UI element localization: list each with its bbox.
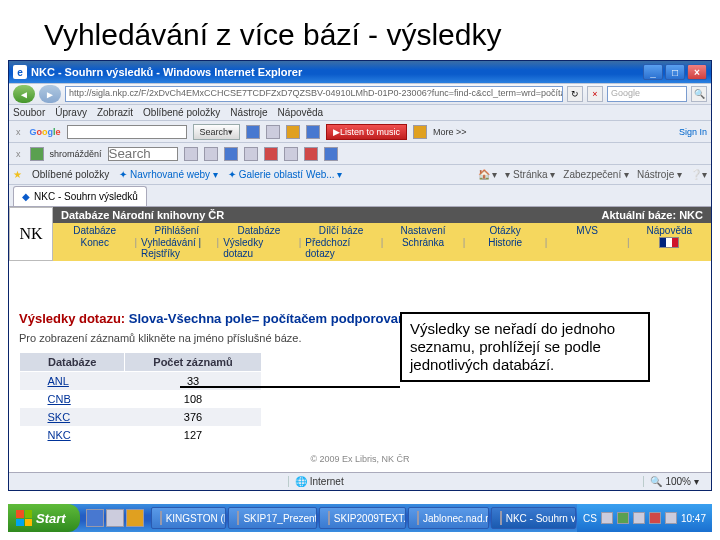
menu-bar: Soubor Úpravy Zobrazit Oblíbené položky … (9, 105, 711, 121)
quick-launch (80, 509, 150, 527)
ql-ie-icon[interactable] (86, 509, 104, 527)
tray-lang[interactable]: CS (583, 513, 597, 524)
url-input[interactable]: http://sigla.nkp.cz/F/2xDvCh4EMxCCHCSE7T… (65, 86, 563, 102)
address-bar: ◄ ► http://sigla.nkp.cz/F/2xDvCh4EMxCCHC… (9, 83, 711, 105)
db-link-skc[interactable]: SKC (48, 411, 71, 423)
browser-tab[interactable]: ◆ NKC - Souhrn výsledků (13, 186, 147, 206)
zoom-control[interactable]: 🔍 100% ▾ (643, 476, 705, 487)
share-icon[interactable] (246, 125, 260, 139)
tray-clock[interactable]: 10:47 (681, 513, 706, 524)
nk-title-row: Databáze Národní knihovny ČR Aktuální bá… (53, 207, 711, 223)
ie-task-icon (417, 511, 419, 525)
uk-flag-icon[interactable] (659, 237, 679, 248)
menu-help[interactable]: Nápověda (278, 107, 324, 118)
search-input[interactable]: Google (607, 86, 687, 102)
menu-view[interactable]: Zobrazit (97, 107, 133, 118)
volume-icon[interactable] (665, 512, 677, 524)
nav-mvs[interactable]: MVS (576, 225, 598, 236)
task-button[interactable]: SKIP2009TEXT.d… (319, 507, 406, 529)
minimize-button[interactable]: _ (643, 64, 663, 80)
news-icon[interactable] (306, 125, 320, 139)
home-tool[interactable]: 🏠 ▾ (478, 169, 498, 180)
forward-button[interactable]: ► (39, 85, 61, 103)
google-search-button[interactable]: Search ▾ (193, 124, 241, 140)
tray-icon[interactable] (649, 512, 661, 524)
db-link-anl[interactable]: ANL (48, 375, 69, 387)
google-logo: Google (30, 127, 61, 137)
nav-databaze[interactable]: Databáze (73, 225, 116, 236)
nav-napoveda[interactable]: Nápověda (646, 225, 692, 236)
tray-icon[interactable] (633, 512, 645, 524)
tab-title: NKC - Souhrn výsledků (34, 191, 138, 202)
tool-icon-7[interactable] (304, 147, 318, 161)
stop-button[interactable]: × (587, 86, 603, 102)
count-cell: 376 (125, 408, 261, 426)
task-button[interactable]: Jablonec.nad.n… (408, 507, 489, 529)
suggested-sites-link[interactable]: ✦ Navrhované weby ▾ (119, 169, 218, 180)
nav-otazky[interactable]: Otázky (490, 225, 521, 236)
task-button[interactable]: SKIP17_Prezenta… (228, 507, 316, 529)
copyright: © 2009 Ex Libris, NK ČR (19, 454, 701, 464)
tool-icon-1[interactable] (184, 147, 198, 161)
ppt-icon (237, 511, 239, 525)
feed-icon[interactable] (286, 125, 300, 139)
db-link-cnb[interactable]: CNB (48, 393, 71, 405)
maximize-button[interactable]: □ (665, 64, 685, 80)
back-button[interactable]: ◄ (13, 85, 35, 103)
tool-icon-8[interactable] (324, 147, 338, 161)
signin-link[interactable]: Sign In (679, 127, 707, 137)
favorites-star-icon[interactable]: ★ (13, 169, 22, 180)
google-search-input[interactable] (67, 125, 187, 139)
page-tool[interactable]: ▾ Stránka ▾ (505, 169, 555, 180)
extra-label: shromáždění (50, 149, 102, 159)
nav-historie[interactable]: Historie (488, 237, 522, 248)
menu-favorites[interactable]: Oblíbené položky (143, 107, 220, 118)
refresh-button[interactable]: ↻ (567, 86, 583, 102)
ie-window: e NKC - Souhrn výsledků - Windows Intern… (8, 60, 712, 491)
app-icon (30, 147, 44, 161)
ql-app-icon[interactable] (126, 509, 144, 527)
web-gallery-link[interactable]: ✦ Galerie oblastí Web... ▾ (228, 169, 343, 180)
page-tools: 🏠 ▾ ▾ Stránka ▾ Zabezpečení ▾ Nástroje ▾… (478, 169, 707, 180)
security-tool[interactable]: Zabezpečení ▾ (563, 169, 629, 180)
nav-predchozi[interactable]: Předchozí dotazy (305, 237, 376, 259)
task-button-active[interactable]: NKC - Souhrn vý… (491, 507, 576, 529)
tool-icon-6[interactable] (284, 147, 298, 161)
nav-databaze2[interactable]: Databáze (237, 225, 280, 236)
help-icon[interactable]: ❔▾ (690, 169, 707, 180)
extra-search-input[interactable] (108, 147, 178, 161)
nav-konec[interactable]: Konec (81, 237, 109, 248)
toolbar-more[interactable]: More >> (433, 127, 467, 137)
tray-icon[interactable] (617, 512, 629, 524)
task-button[interactable]: KINGSTON (F:) (151, 507, 227, 529)
menu-tools[interactable]: Nástroje (230, 107, 267, 118)
tool-icon-2[interactable] (204, 147, 218, 161)
tools-tool[interactable]: Nástroje ▾ (637, 169, 682, 180)
db-link-nkc[interactable]: NKC (48, 429, 71, 441)
tool-icon-3[interactable] (224, 147, 238, 161)
bookmarks-icon[interactable] (266, 125, 280, 139)
nav-vyhledavani[interactable]: Vyhledávání | Rejstříky (141, 237, 212, 259)
nk-logo[interactable]: NK (9, 207, 53, 261)
tool-icon-5[interactable] (264, 147, 278, 161)
nav-schranka[interactable]: Schránka (402, 237, 444, 248)
amazon-icon[interactable] (413, 125, 427, 139)
favorites-label[interactable]: Oblíbené položky (32, 169, 109, 180)
nav-dilci[interactable]: Dílčí báze (319, 225, 363, 236)
count-cell: 108 (125, 390, 261, 408)
nav-vysledky[interactable]: Výsledky dotazu (223, 237, 294, 259)
ie-task-icon (500, 511, 502, 525)
nav-nastaveni[interactable]: Nastavení (401, 225, 446, 236)
menu-file[interactable]: Soubor (13, 107, 45, 118)
tray-icon[interactable] (601, 512, 613, 524)
menu-edit[interactable]: Úpravy (55, 107, 87, 118)
listen-music-button[interactable]: ▶ Listen to music (326, 124, 407, 140)
nav-prihlaseni[interactable]: Přihlášení (155, 225, 199, 236)
search-go-button[interactable]: 🔍 (691, 86, 707, 102)
close-button[interactable]: × (687, 64, 707, 80)
close-toolbar2-button[interactable]: x (13, 149, 24, 159)
close-toolbar-button[interactable]: x (13, 127, 24, 137)
tool-icon-4[interactable] (244, 147, 258, 161)
ql-desktop-icon[interactable] (106, 509, 124, 527)
start-button[interactable]: Start (8, 504, 80, 532)
